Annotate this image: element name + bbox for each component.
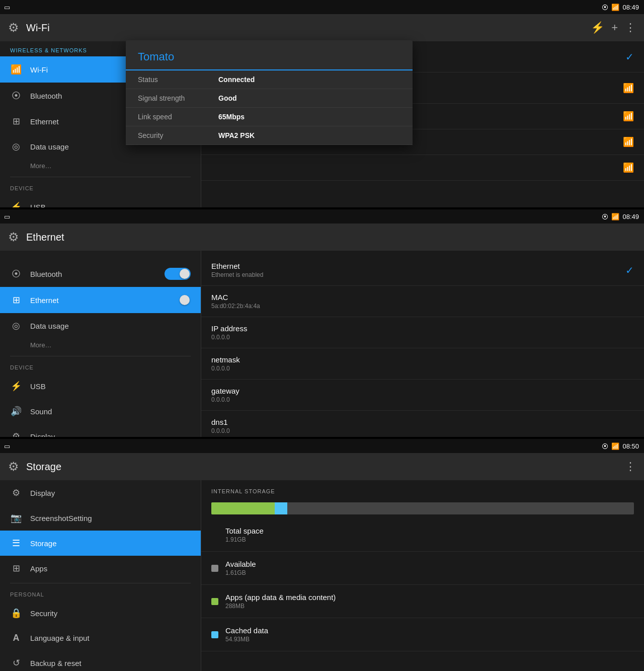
status-bar-1: ▭ ⦿ 📶 08:49 bbox=[0, 0, 644, 14]
status-bar-2: ▭ ⦿ 📶 08:49 bbox=[0, 209, 644, 223]
eth-sidebar-data-usage[interactable]: ◎ Data usage bbox=[0, 313, 201, 338]
eth-sound-icon: 🔊 bbox=[10, 406, 22, 417]
dialog-value-security: WPA2 PSK bbox=[218, 131, 255, 139]
more-options-label[interactable]: More… bbox=[0, 159, 201, 175]
eth-dns1-value: 0.0.0.0 bbox=[211, 427, 634, 434]
status-bar-left-1: ▭ bbox=[4, 4, 10, 11]
storage-available-row: Available 1.61GB bbox=[201, 552, 644, 585]
eth-ethernet-label: Ethernet bbox=[30, 296, 59, 305]
storage-sidebar-storage[interactable]: ☰ Storage bbox=[0, 531, 201, 556]
eth-dns1-row: dns1 0.0.0.0 bbox=[201, 411, 644, 442]
settings-icon: ⚙ bbox=[8, 21, 19, 35]
overflow-menu-button[interactable]: ⋮ bbox=[625, 21, 636, 34]
dialog-label-status: Status bbox=[138, 76, 218, 84]
eth-netmask-name: netmask bbox=[211, 355, 634, 364]
storage-storage-icon: ☰ bbox=[10, 538, 22, 549]
eth-enabled-sub: Ethernet is enabled bbox=[211, 271, 625, 278]
eth-sidebar-bluetooth[interactable]: ⦿ Bluetooth ON bbox=[0, 261, 201, 287]
time-display-2: 08:49 bbox=[622, 213, 639, 220]
bluetooth-status-icon: ⦿ bbox=[602, 4, 608, 11]
eth-mac-value: 5a:d0:02:2b:4a:4a bbox=[211, 303, 634, 310]
storage-available-value: 1.61GB bbox=[225, 569, 256, 576]
storage-sidebar-screenshot[interactable]: 📷 ScreenshotSetting bbox=[0, 505, 201, 531]
page-title-storage: Storage bbox=[26, 461, 618, 473]
eth-check-icon: ✓ bbox=[625, 264, 634, 276]
eth-usb-icon: ⚡ bbox=[10, 381, 22, 392]
eth-enabled-row[interactable]: Ethernet Ethernet is enabled ✓ bbox=[201, 255, 644, 286]
storage-cached-row: Cached data 54.93MB bbox=[201, 618, 644, 651]
network-5-wifi-icon: 📶 bbox=[623, 162, 634, 173]
eth-gateway-row: gateway 0.0.0.0 bbox=[201, 380, 644, 411]
toolbar-storage: ⚙ Storage ⋮ bbox=[0, 453, 644, 480]
ethernet-content-area: ⦿ Bluetooth ON ⊞ Ethernet ON bbox=[0, 251, 644, 437]
storage-bar bbox=[211, 502, 634, 514]
toolbar-ethernet: ⚙ Ethernet bbox=[0, 223, 644, 251]
eth-sound-label: Sound bbox=[30, 407, 52, 416]
usb-item-label: USB bbox=[30, 203, 46, 208]
wifi-dialog: Tomato Status Connected Signal strength … bbox=[126, 40, 413, 145]
time-display-3: 08:50 bbox=[622, 442, 639, 450]
storage-sidebar-security[interactable]: 🔒 Security bbox=[0, 601, 201, 626]
eth-data-label: Data usage bbox=[30, 322, 69, 330]
eth-mac-row: MAC 5a:d0:02:2b:4a:4a bbox=[201, 286, 644, 317]
storage-sidebar-display[interactable]: ⚙ Display bbox=[0, 480, 201, 505]
storage-total-row: Total space 1.91GB bbox=[201, 518, 644, 552]
eth-more-options[interactable]: More… bbox=[0, 338, 201, 354]
storage-screenshot-icon: 📷 bbox=[10, 512, 22, 524]
dialog-value-signal: Good bbox=[218, 94, 237, 102]
ethernet-icon: ⊞ bbox=[10, 116, 22, 127]
eth-data-icon: ◎ bbox=[10, 320, 22, 331]
storage-apps-name: Apps (app data & media content) bbox=[225, 593, 336, 602]
eth-sidebar-sound[interactable]: 🔊 Sound bbox=[0, 399, 201, 424]
storage-sidebar-apps[interactable]: ⊞ Apps bbox=[0, 556, 201, 581]
tomato-wifi-icon: 📶 bbox=[623, 83, 634, 94]
eth-bluetooth-toggle[interactable]: ON bbox=[165, 268, 191, 280]
storage-overflow-menu-button[interactable]: ⋮ bbox=[625, 460, 636, 473]
eth-sidebar-display[interactable]: ⚙ Display bbox=[0, 424, 201, 437]
wifi-status-icon: 📶 bbox=[611, 4, 619, 11]
storage-settings-icon: ⚙ bbox=[8, 460, 19, 474]
storage-content-area: ⚙ Display 📷 ScreenshotSetting ☰ Storage … bbox=[0, 480, 644, 671]
storage-bar-cached bbox=[275, 502, 287, 514]
storage-total-info: Total space 1.91GB bbox=[225, 527, 264, 543]
eth-bluetooth-label: Bluetooth bbox=[30, 270, 62, 278]
dialog-value-link: 65Mbps bbox=[218, 113, 245, 121]
dialog-title: Tomato bbox=[126, 40, 413, 70]
dialog-value-status: Connected bbox=[218, 76, 255, 84]
storage-total-value: 1.91GB bbox=[225, 536, 264, 543]
storage-apps-label: Apps bbox=[30, 564, 47, 573]
storage-language-icon: A bbox=[10, 633, 22, 643]
sidebar-partial-wifi bbox=[0, 251, 201, 261]
storage-backup-label: Backup & reset bbox=[30, 659, 82, 667]
eth-device-section-label: DEVICE bbox=[0, 358, 201, 374]
eth-sidebar-ethernet[interactable]: ⊞ Ethernet ON bbox=[0, 287, 201, 313]
dialog-row-security: Security WPA2 PSK bbox=[126, 126, 413, 145]
storage-security-icon: 🔒 bbox=[10, 608, 22, 619]
add-network-button[interactable]: + bbox=[611, 21, 618, 34]
storage-display-icon: ⚙ bbox=[10, 487, 22, 498]
page-title-ethernet: Ethernet bbox=[26, 232, 636, 243]
storage-sidebar-backup[interactable]: ↺ Backup & reset bbox=[0, 650, 201, 671]
storage-bar-apps bbox=[211, 502, 275, 514]
storage-total-name: Total space bbox=[225, 527, 264, 535]
storage-apps-info: Apps (app data & media content) 288MB bbox=[225, 593, 336, 610]
eth-gateway-value: 0.0.0.0 bbox=[211, 396, 634, 403]
dialog-row-status: Status Connected bbox=[126, 70, 413, 89]
storage-display-label: Display bbox=[30, 489, 55, 497]
wifi-item-label: Wi-Fi bbox=[30, 65, 48, 74]
storage-available-name: Available bbox=[225, 560, 256, 568]
flash-icon[interactable]: ⚡ bbox=[591, 21, 604, 34]
status-bar-3: ▭ ⦿ 📶 08:50 bbox=[0, 439, 644, 453]
wifi-network-item-5[interactable]: 📶 bbox=[201, 155, 644, 181]
storage-cached-value: 54.93MB bbox=[225, 636, 268, 643]
sidebar-item-usb[interactable]: ⚡ USB bbox=[0, 194, 201, 207]
data-usage-icon: ◎ bbox=[10, 141, 22, 152]
eth-ethernet-toggle[interactable]: ON bbox=[165, 294, 191, 306]
screen-capture-icon: ▭ bbox=[4, 4, 10, 11]
storage-apps-row: Apps (app data & media content) 288MB bbox=[201, 585, 644, 618]
storage-sidebar-language[interactable]: A Language & input bbox=[0, 626, 201, 650]
eth-enabled-name: Ethernet bbox=[211, 262, 625, 270]
eth-netmask-value: 0.0.0.0 bbox=[211, 365, 634, 372]
data-usage-item-label: Data usage bbox=[30, 142, 69, 151]
eth-sidebar-usb[interactable]: ⚡ USB bbox=[0, 374, 201, 399]
